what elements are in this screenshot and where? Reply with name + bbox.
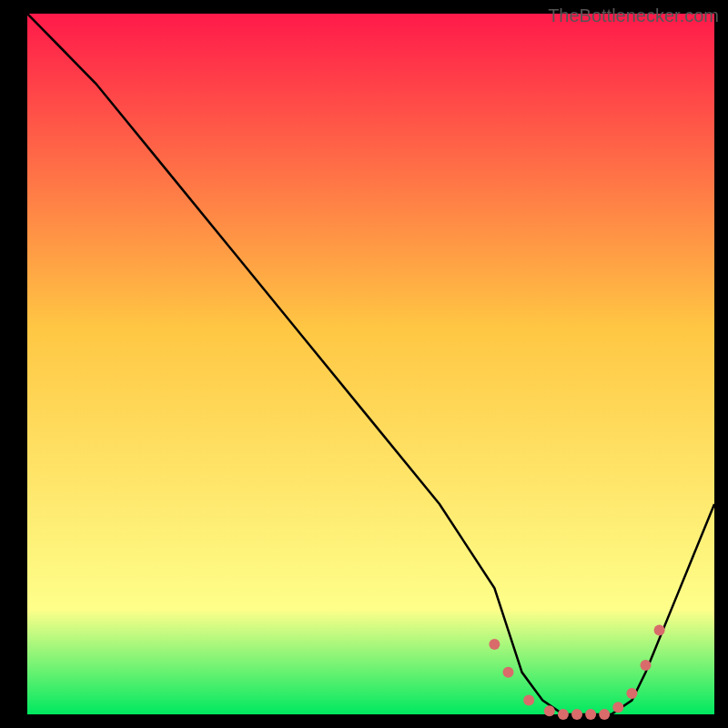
marker-dot [571,709,582,720]
marker-dot [503,667,514,678]
marker-dot [489,639,500,650]
marker-dot [641,660,652,671]
watermark-text: TheBottlenecker.com [548,5,719,26]
plot-background [27,14,714,714]
marker-dot [599,709,610,720]
marker-dot [585,709,596,720]
marker-dot [523,695,534,706]
marker-dot [626,688,637,699]
chart-container [0,0,728,728]
marker-dot [544,705,555,716]
marker-dot [612,702,623,713]
marker-dot [558,709,569,720]
marker-dot [654,625,665,636]
chart-svg [0,0,728,728]
